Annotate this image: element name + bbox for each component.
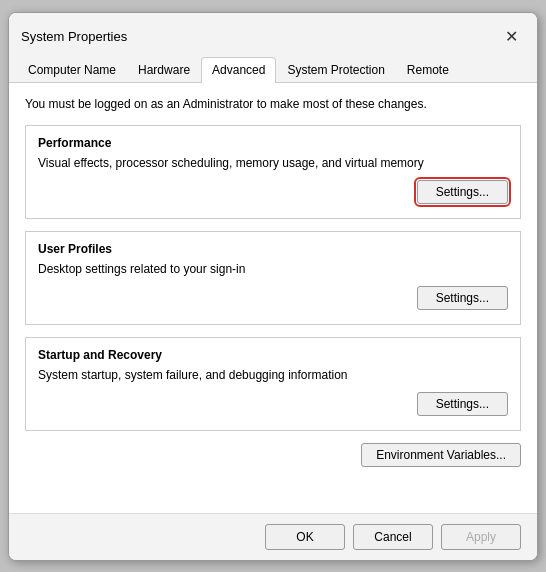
main-content: You must be logged on as an Administrato… [9, 83, 537, 513]
footer: OK Cancel Apply [9, 513, 537, 560]
tab-bar: Computer Name Hardware Advanced System P… [9, 51, 537, 83]
tab-hardware[interactable]: Hardware [127, 57, 201, 82]
tab-computer-name[interactable]: Computer Name [17, 57, 127, 82]
performance-section: Performance Visual effects, processor sc… [25, 125, 521, 219]
window-title: System Properties [21, 29, 127, 44]
performance-title: Performance [38, 136, 508, 150]
tab-advanced[interactable]: Advanced [201, 57, 276, 83]
user-profiles-section: User Profiles Desktop settings related t… [25, 231, 521, 325]
startup-recovery-title: Startup and Recovery [38, 348, 508, 362]
close-button[interactable]: ✕ [497, 23, 525, 51]
environment-variables-button[interactable]: Environment Variables... [361, 443, 521, 467]
startup-recovery-description: System startup, system failure, and debu… [38, 368, 508, 382]
startup-recovery-settings-button[interactable]: Settings... [417, 392, 508, 416]
system-properties-window: System Properties ✕ Computer Name Hardwa… [8, 12, 538, 561]
env-variables-row: Environment Variables... [25, 443, 521, 467]
startup-recovery-section: Startup and Recovery System startup, sys… [25, 337, 521, 431]
admin-notice: You must be logged on as an Administrato… [25, 97, 521, 111]
user-profiles-title: User Profiles [38, 242, 508, 256]
user-profiles-settings-button[interactable]: Settings... [417, 286, 508, 310]
title-bar: System Properties ✕ [9, 13, 537, 51]
tab-system-protection[interactable]: System Protection [276, 57, 395, 82]
user-profiles-description: Desktop settings related to your sign-in [38, 262, 508, 276]
tab-remote[interactable]: Remote [396, 57, 460, 82]
performance-description: Visual effects, processor scheduling, me… [38, 156, 508, 170]
ok-button[interactable]: OK [265, 524, 345, 550]
apply-button[interactable]: Apply [441, 524, 521, 550]
cancel-button[interactable]: Cancel [353, 524, 433, 550]
performance-settings-button[interactable]: Settings... [417, 180, 508, 204]
